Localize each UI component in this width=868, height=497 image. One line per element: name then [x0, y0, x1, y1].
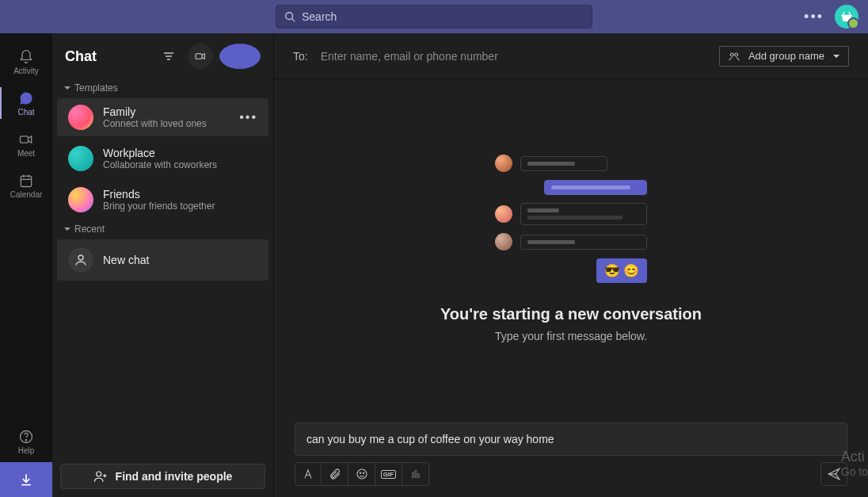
svg-rect-22 — [417, 474, 419, 477]
more-button[interactable]: ••• — [804, 9, 824, 25]
search-placeholder: Search — [302, 10, 337, 23]
rail-chat[interactable]: Chat — [0, 82, 52, 124]
chat-content: To: Add group name — [274, 33, 868, 497]
svg-point-16 — [735, 53, 738, 56]
svg-point-0 — [286, 13, 293, 20]
attach-icon — [329, 468, 341, 480]
template-more-button[interactable]: ••• — [239, 110, 257, 124]
avatar-basket-icon — [839, 10, 854, 24]
svg-rect-20 — [412, 472, 413, 477]
friends-avatar-icon — [68, 187, 93, 212]
gif-label: GIF — [381, 470, 396, 479]
family-avatar-icon — [68, 105, 93, 130]
filter-icon — [162, 50, 175, 63]
to-label: To: — [293, 50, 308, 63]
rail-calendar[interactable]: Calendar — [0, 165, 52, 206]
templates-section[interactable]: Templates — [52, 79, 273, 97]
message-input[interactable] — [295, 422, 847, 456]
chat-icon — [18, 90, 34, 106]
pane-title: Chat — [65, 48, 150, 65]
start-subtitle: Type your first message below. — [495, 330, 647, 342]
compose-area: GIF — [274, 418, 868, 497]
person-icon — [68, 247, 93, 273]
to-input[interactable] — [321, 50, 706, 63]
svg-point-8 — [25, 439, 26, 440]
attach-button[interactable] — [322, 462, 348, 486]
svg-rect-12 — [196, 54, 202, 59]
svg-point-19 — [363, 472, 364, 473]
user-avatar[interactable] — [835, 5, 858, 29]
template-friends[interactable]: Friends Bring your friends together — [57, 181, 268, 219]
send-icon — [827, 467, 841, 481]
send-button[interactable] — [820, 462, 847, 486]
template-workplace[interactable]: Workplace Collaborate with coworkers — [57, 140, 268, 178]
svg-point-17 — [357, 469, 367, 479]
new-chat-button[interactable] — [219, 44, 261, 69]
chevron-down-icon — [832, 52, 840, 60]
group-icon — [728, 50, 740, 63]
find-invite-button[interactable]: Find and invite people — [60, 464, 265, 489]
recent-new-chat[interactable]: New chat — [57, 239, 268, 281]
search-icon — [284, 11, 295, 22]
illustration-avatar-icon — [495, 155, 512, 172]
template-family[interactable]: Family Connect with loved ones ••• — [57, 98, 268, 136]
download-app-button[interactable] — [0, 462, 52, 497]
video-icon — [18, 132, 34, 147]
workplace-avatar-icon — [68, 146, 93, 171]
bell-icon — [18, 49, 34, 65]
rail-meet[interactable]: Meet — [0, 124, 52, 165]
more-apps-button[interactable] — [402, 462, 429, 486]
emoji-icon — [356, 468, 368, 480]
svg-point-18 — [360, 472, 360, 473]
svg-line-1 — [292, 19, 295, 22]
illustration-avatar-icon — [495, 205, 512, 223]
format-icon — [302, 468, 314, 480]
svg-rect-2 — [21, 136, 29, 142]
svg-point-14 — [96, 472, 101, 476]
video-icon — [194, 50, 207, 63]
rail-help[interactable]: Help — [0, 421, 52, 462]
search-input[interactable]: Search — [276, 5, 592, 29]
illustration-avatar-icon — [495, 233, 512, 250]
illustration-emoji-icon: 😎 😊 — [596, 258, 647, 283]
meet-now-button[interactable] — [188, 44, 213, 69]
app-rail: Activity Chat Meet Calendar Help — [0, 33, 52, 497]
empty-state: 😎 😊 You're starting a new conversation T… — [274, 79, 868, 418]
filter-button[interactable] — [156, 44, 181, 69]
chat-list-pane: Chat Templates Family Connect with loved… — [52, 33, 274, 497]
conversation-illustration: 😎 😊 — [495, 155, 647, 283]
start-title: You're starting a new conversation — [440, 305, 702, 323]
rail-activity[interactable]: Activity — [0, 41, 52, 82]
svg-rect-3 — [21, 176, 31, 186]
invite-icon — [93, 469, 108, 484]
format-button[interactable] — [295, 462, 322, 486]
svg-point-15 — [730, 53, 733, 56]
calendar-icon — [18, 173, 34, 189]
to-row: To: Add group name — [274, 33, 868, 79]
help-icon — [18, 429, 34, 445]
download-icon — [18, 472, 34, 487]
add-group-name-button[interactable]: Add group name — [719, 46, 849, 67]
svg-rect-21 — [415, 471, 417, 478]
gif-button[interactable]: GIF — [375, 462, 402, 486]
svg-point-13 — [78, 255, 83, 260]
chevron-down-icon — [63, 84, 71, 92]
emoji-button[interactable] — [348, 462, 375, 486]
app-icon — [410, 468, 421, 480]
chevron-down-icon — [63, 225, 71, 233]
recent-section[interactable]: Recent — [52, 220, 273, 238]
title-bar: Search ••• — [0, 0, 868, 33]
